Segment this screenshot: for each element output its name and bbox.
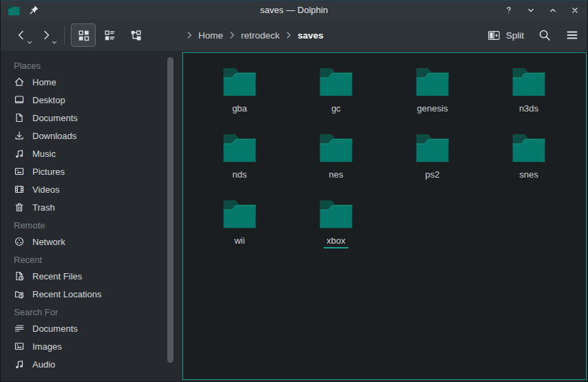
image-icon: [14, 341, 25, 352]
trash-icon: [14, 202, 25, 213]
dolphin-window: saves — Dolphin Homeretrodecksaves Split…: [0, 0, 588, 382]
folder-icon: [318, 130, 354, 166]
sidebar-item-label: Trash: [32, 202, 55, 213]
folder-gc[interactable]: gc: [288, 64, 384, 130]
sidebar-item-label: Recent Locations: [32, 289, 101, 299]
folder-icon: [414, 130, 450, 166]
pin-icon[interactable]: [29, 5, 39, 15]
sidebar-item-label: Music: [32, 149, 56, 159]
split-icon: [487, 30, 501, 41]
folder-label: genesis: [414, 103, 451, 116]
details-view-button[interactable]: [123, 23, 148, 47]
image-icon: [14, 166, 25, 177]
sidebar-item-home[interactable]: Home: [1, 73, 177, 91]
toolbar: Homeretrodecksaves Split: [1, 19, 587, 51]
breadcrumb-chevron-icon: [284, 30, 293, 40]
recent-file-icon: [14, 270, 25, 282]
folder-label: gba: [229, 103, 250, 116]
help-icon[interactable]: [503, 5, 514, 16]
music-note-icon: [14, 148, 25, 159]
breadcrumb-chevron-icon: [185, 30, 194, 40]
split-button[interactable]: Split: [487, 30, 524, 41]
desktop-icon: [14, 94, 25, 105]
sidebar-section-remote: Remote: [1, 216, 177, 233]
breadcrumb-item-saves[interactable]: saves: [297, 30, 324, 41]
icons-view-button[interactable]: [71, 23, 96, 47]
sidebar-item-label: Downloads: [32, 131, 76, 141]
sidebar-item-label: Documents: [32, 323, 78, 334]
forward-button[interactable]: [34, 23, 59, 47]
sidebar-section-search-for: Search For: [1, 303, 177, 319]
sidebar-item-pictures[interactable]: Pictures: [1, 162, 177, 180]
chevron-up-icon[interactable]: [547, 5, 558, 16]
search-icon[interactable]: [538, 28, 552, 42]
breadcrumb-item-home[interactable]: Home: [198, 30, 223, 41]
folder-genesis[interactable]: genesis: [384, 64, 481, 130]
folder-icon: [318, 196, 354, 232]
split-label: Split: [506, 30, 524, 41]
folder-icon: [414, 64, 450, 100]
folder-view[interactable]: gbagcgenesisn3dsndsnesps2sneswiixbox: [182, 52, 587, 380]
folder-icon: [222, 130, 258, 166]
back-button[interactable]: [9, 23, 34, 47]
sidebar-item-label: Desktop: [32, 95, 65, 105]
sidebar-item-label: Documents: [32, 113, 78, 123]
sidebar-item-desktop[interactable]: Desktop: [1, 91, 177, 109]
sidebar-item-documents[interactable]: Documents: [1, 319, 177, 337]
home-icon: [14, 76, 25, 87]
folder-label: nes: [326, 169, 346, 182]
folder-label: ps2: [423, 169, 443, 182]
toolbar-right: Split: [487, 28, 579, 42]
folder-wii[interactable]: wii: [191, 196, 288, 262]
sidebar-item-label: Pictures: [32, 167, 65, 177]
breadcrumb-chevron-icon: [227, 30, 237, 40]
folder-icon: [511, 64, 547, 100]
sidebar-item-music[interactable]: Music: [1, 145, 177, 162]
folder-xbox[interactable]: xbox: [288, 196, 384, 262]
breadcrumb: Homeretrodecksaves: [180, 30, 324, 41]
sidebar-item-recent-files[interactable]: Recent Files: [1, 267, 177, 285]
recent-folder-icon: [14, 288, 25, 299]
sidebar-item-network[interactable]: Network: [1, 233, 177, 251]
folder-label: gc: [328, 103, 344, 116]
folder-label: n3ds: [516, 103, 541, 116]
chevron-down-icon[interactable]: [525, 5, 536, 16]
sidebar-item-documents[interactable]: Documents: [1, 109, 177, 127]
folder-ps2[interactable]: ps2: [384, 130, 481, 196]
folder-n3ds[interactable]: n3ds: [481, 64, 577, 130]
folder-icon: [318, 64, 354, 100]
music-note-icon: [14, 359, 25, 370]
sidebar-item-label: Home: [32, 77, 56, 87]
compact-view-button[interactable]: [97, 23, 122, 47]
folder-label: nds: [230, 169, 250, 182]
folder-label: snes: [516, 169, 540, 182]
window-controls: [503, 5, 580, 16]
sidebar-section-places: Places: [1, 56, 177, 73]
folder-nes[interactable]: nes: [288, 130, 384, 196]
toolbar-separator: [64, 26, 65, 44]
sidebar-item-images[interactable]: Images: [1, 337, 177, 355]
sidebar-item-downloads[interactable]: Downloads: [1, 127, 177, 145]
video-icon: [14, 184, 25, 195]
sidebar-item-label: Recent Files: [32, 271, 82, 282]
document-icon: [14, 112, 25, 123]
close-icon[interactable]: [569, 5, 580, 16]
sidebar-item-label: Images: [32, 341, 62, 352]
folder-icon: [511, 130, 547, 166]
folder-snes[interactable]: snes: [481, 130, 577, 196]
sidebar-item-videos[interactable]: Videos: [1, 180, 177, 198]
sidebar-item-audio[interactable]: Audio: [1, 355, 177, 373]
folder-nds[interactable]: nds: [191, 130, 288, 196]
breadcrumb-item-retrodeck[interactable]: retrodeck: [241, 30, 280, 41]
hamburger-menu-icon[interactable]: [565, 28, 579, 42]
folder-grid: gbagcgenesisn3dsndsnesps2sneswiixbox: [183, 53, 586, 262]
network-icon: [14, 236, 25, 247]
folder-gba[interactable]: gba: [191, 64, 288, 130]
window-title: saves — Dolphin: [1, 5, 587, 15]
viewmode-buttons: [70, 23, 149, 47]
sidebar-item-label: Network: [32, 237, 65, 247]
sidebar-scrollbar[interactable]: [167, 57, 174, 363]
sidebar-item-label: Videos: [32, 184, 60, 195]
sidebar-item-trash[interactable]: Trash: [1, 198, 177, 216]
sidebar-item-recent-locations[interactable]: Recent Locations: [1, 285, 177, 303]
